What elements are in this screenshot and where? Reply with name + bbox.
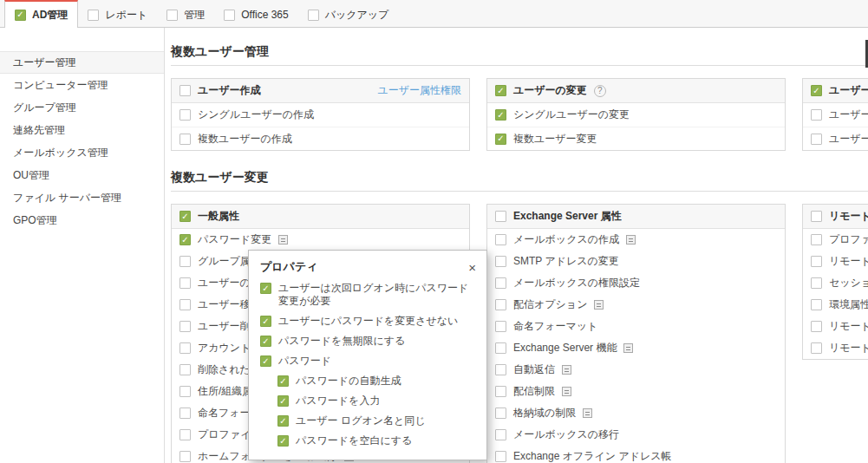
- checkbox[interactable]: [495, 299, 506, 310]
- tab[interactable]: AD管理: [4, 0, 78, 28]
- checkbox[interactable]: [260, 316, 271, 327]
- checkbox[interactable]: [179, 342, 191, 354]
- checkbox[interactable]: [495, 211, 506, 222]
- checkbox[interactable]: [179, 134, 191, 145]
- card-item: ユーザーの作: [803, 103, 868, 127]
- sidebar-item[interactable]: 連絡先管理: [0, 119, 164, 141]
- item-label: 複数ユーザーの作成: [198, 132, 292, 147]
- checkbox[interactable]: [179, 85, 191, 96]
- checkbox[interactable]: [495, 256, 506, 267]
- card: ユーザーテンプユーザーの作ユーザーの変: [802, 78, 868, 151]
- card-item: プロファイル: [803, 229, 868, 251]
- popup-item: パスワードの自動生成: [249, 375, 486, 388]
- checkbox[interactable]: [277, 395, 289, 407]
- item-label: Exchange オフライン アドレス帳: [513, 449, 672, 463]
- checkbox[interactable]: [811, 211, 822, 222]
- options-icon[interactable]: [594, 300, 604, 310]
- sidebar-item[interactable]: ユーザー管理: [0, 51, 164, 74]
- item-label: 配信オプション: [513, 297, 587, 312]
- checkbox[interactable]: [179, 429, 191, 440]
- checkbox[interactable]: [179, 451, 191, 462]
- options-icon[interactable]: [626, 235, 636, 245]
- popup-item-label: ユーザーは次回ログオン時にパスワード変更が必要: [278, 282, 476, 308]
- options-icon[interactable]: [583, 408, 592, 418]
- checkbox[interactable]: [495, 429, 506, 440]
- checkbox[interactable]: [277, 435, 289, 447]
- sidebar-item[interactable]: コンピューター管理: [0, 74, 164, 96]
- item-label: セッション属: [829, 276, 868, 290]
- options-icon[interactable]: [562, 365, 571, 375]
- checkbox[interactable]: [811, 234, 822, 245]
- sidebar-item[interactable]: OU管理: [0, 164, 164, 186]
- checkbox[interactable]: [88, 10, 99, 21]
- checkbox[interactable]: [179, 277, 191, 289]
- user-attribute-permission-link[interactable]: ユーザー属性権限: [377, 83, 461, 98]
- checkbox[interactable]: [495, 234, 506, 245]
- checkbox[interactable]: [308, 10, 319, 21]
- popup-item: パスワードを空白にする: [249, 434, 486, 447]
- item-label: 自動返信: [513, 362, 555, 377]
- options-icon[interactable]: [278, 235, 288, 245]
- checkbox[interactable]: [277, 415, 289, 427]
- card-item: セッション属: [803, 272, 868, 294]
- options-icon[interactable]: [562, 387, 571, 396]
- help-icon[interactable]: [594, 85, 606, 97]
- sidebar-item[interactable]: GPO管理: [0, 209, 164, 232]
- checkbox[interactable]: [179, 386, 191, 397]
- checkbox[interactable]: [260, 336, 271, 347]
- checkbox[interactable]: [495, 408, 506, 419]
- checkbox[interactable]: [495, 342, 506, 354]
- options-icon[interactable]: [623, 343, 633, 353]
- tab[interactable]: レポート: [78, 0, 157, 28]
- checkbox[interactable]: [811, 109, 822, 121]
- checkbox[interactable]: [811, 277, 822, 289]
- tab[interactable]: バックアップ: [298, 0, 399, 28]
- checkbox[interactable]: [179, 364, 191, 375]
- card-title: 一般属性: [198, 209, 239, 224]
- checkbox[interactable]: [260, 355, 271, 367]
- checkbox[interactable]: [166, 10, 178, 21]
- sidebar-item[interactable]: ファイル サーバー管理: [0, 186, 164, 209]
- checkbox[interactable]: [224, 10, 235, 21]
- item-label: 格納域の制限: [513, 406, 576, 421]
- close-icon[interactable]: ×: [468, 261, 476, 274]
- sidebar-item[interactable]: グループ管理: [0, 96, 164, 119]
- checkbox[interactable]: [495, 277, 506, 289]
- checkbox[interactable]: [811, 299, 822, 310]
- checkbox[interactable]: [277, 375, 289, 387]
- checkbox[interactable]: [495, 364, 506, 375]
- checkbox[interactable]: [495, 386, 506, 397]
- item-label: プロファイル: [829, 232, 868, 247]
- card: ユーザーの変更シングルユーザーの変更複数ユーザー変更: [486, 78, 786, 151]
- section: 複数ユーザー管理ユーザー作成ユーザー属性権限シングルユーザーの作成複数ユーザーの…: [171, 44, 868, 151]
- checkbox[interactable]: [15, 10, 26, 21]
- sidebar-item[interactable]: メールボックス管理: [0, 141, 164, 164]
- checkbox[interactable]: [811, 134, 822, 145]
- card-item: パスワード変更: [172, 229, 469, 251]
- card-row: ユーザー作成ユーザー属性権限シングルユーザーの作成複数ユーザーの作成ユーザーの変…: [171, 78, 868, 151]
- checkbox[interactable]: [495, 321, 506, 332]
- item-label: メールボックスの作成: [513, 232, 619, 247]
- checkbox[interactable]: [179, 211, 191, 222]
- checkbox[interactable]: [811, 342, 822, 354]
- checkbox[interactable]: [495, 134, 506, 145]
- checkbox[interactable]: [179, 321, 191, 332]
- checkbox[interactable]: [179, 299, 191, 310]
- checkbox[interactable]: [811, 256, 822, 267]
- checkbox[interactable]: [179, 408, 191, 419]
- checkbox[interactable]: [495, 451, 506, 462]
- checkbox[interactable]: [179, 109, 191, 121]
- checkbox[interactable]: [179, 256, 191, 267]
- popup-item-label: パスワードを無期限にする: [278, 335, 405, 348]
- checkbox[interactable]: [260, 283, 271, 294]
- tab[interactable]: Office 365: [214, 0, 297, 28]
- checkbox[interactable]: [811, 321, 822, 332]
- tab[interactable]: 管理: [157, 0, 214, 28]
- checkbox[interactable]: [495, 85, 506, 96]
- item-label: シングルユーザーの変更: [513, 108, 630, 122]
- checkbox[interactable]: [179, 234, 191, 245]
- card-item: リモート アク: [803, 337, 868, 359]
- checkbox[interactable]: [495, 109, 506, 121]
- checkbox[interactable]: [811, 85, 822, 96]
- card-item: Exchange Server 機能: [487, 337, 785, 359]
